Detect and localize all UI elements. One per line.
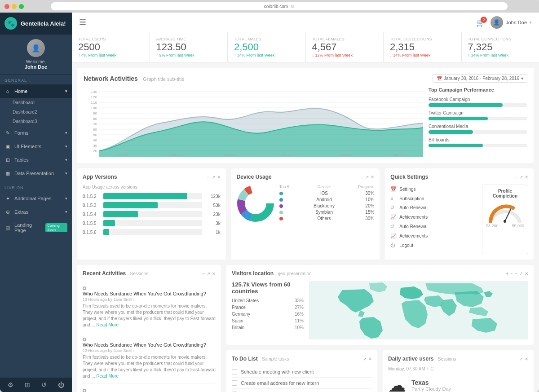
device-name-3: Symbian	[315, 210, 333, 215]
sidebar-settings-icon[interactable]: ⚙	[8, 381, 13, 388]
app-versions-subtitle: App Usage across versions	[83, 185, 221, 189]
version-label-3: 0.1.5.5	[83, 221, 101, 226]
sidebar-item-landing-page[interactable]: ▤ Landing Page Coming Soon	[0, 219, 72, 237]
sidebar-item-extras[interactable]: ⊕ Extras ▾	[0, 205, 72, 219]
stat-change-users: ↑ 4% From last Week	[78, 53, 143, 57]
auto-renewal-2-icon: ↺	[390, 224, 397, 229]
stat-value-users: 2500	[78, 42, 143, 52]
achievements-icon: 📈	[390, 214, 397, 220]
donut-chart	[237, 185, 275, 223]
collapse-icon[interactable]: −	[515, 175, 517, 180]
sidebar-item-ui-elements[interactable]: ▣ UI Elements ▾	[0, 140, 72, 153]
qs-item-logout[interactable]: ⏻ Logout	[390, 241, 478, 250]
todo-col: To Do List Sample tasks − ↗ ✕	[226, 350, 377, 392]
svg-text:Jan 06: Jan 06	[393, 152, 405, 157]
qs-item-auto-renewal[interactable]: ↺ Auto Renewal	[390, 203, 478, 212]
version-item-3: 0.1.5.5 3k	[83, 220, 221, 226]
zoom-plus-icon[interactable]: +	[506, 271, 508, 276]
close-icon[interactable]: ✕	[525, 175, 528, 180]
sidebar-bottom: ⚙ ⊞ ↺ ⏻	[0, 378, 72, 392]
collapse-icon[interactable]: −	[358, 357, 361, 361]
sidebar-item-home[interactable]: ⌂ Home ▾	[0, 84, 72, 98]
version-bar-bg-0	[103, 193, 202, 199]
close-icon[interactable]: ✕	[525, 357, 528, 361]
user-dropdown[interactable]: 👤 John Doe ▾	[490, 16, 532, 29]
activity-circle-0	[83, 286, 86, 290]
close-icon[interactable]: ✕	[217, 175, 221, 180]
browser-window: colorlib.com ↻ 🐾 Gentellela Alela! 👤 Wel…	[0, 0, 539, 392]
sidebar-item-forms[interactable]: ✎ Forms ▾	[0, 126, 72, 140]
maximize-button[interactable]	[19, 4, 24, 9]
device-legend-table: Top 5 Device Progress iOS 30%	[279, 185, 375, 223]
country-name-4: Britain	[232, 325, 268, 330]
sidebar-power-icon[interactable]: ⏻	[58, 381, 64, 388]
todo-checkbox-1[interactable]	[232, 380, 237, 386]
main-content: ☰ 🛒 5 👤 John Doe ▾ Total User	[72, 13, 539, 392]
expand-icon[interactable]: ↗	[212, 175, 215, 180]
quick-settings-col: Quick Settings − ↗ ✕	[385, 168, 534, 260]
expand-icon[interactable]: ↗	[519, 175, 523, 180]
qs-item-achievements-2[interactable]: 📈 Achievements	[390, 231, 478, 241]
date-picker-button[interactable]: 📅 January 30, 2016 - February 28, 2016 ▾	[433, 74, 527, 83]
url-bar[interactable]: colorlib.com ↻	[51, 2, 508, 10]
qs-item-settings[interactable]: 📅 Settings	[390, 185, 478, 194]
qs-item-subscription[interactable]: ≡ Subscription	[390, 194, 478, 203]
bottom-row: Recent Activities Sessions − ↗ ✕	[77, 265, 534, 392]
collapse-icon[interactable]: −	[361, 175, 364, 180]
qs-item-achievements[interactable]: 📈 Achievements	[390, 212, 478, 222]
close-icon[interactable]: ✕	[212, 271, 216, 276]
user-dropdown-arrow[interactable]: ▾	[530, 20, 532, 25]
collapse-icon[interactable]: −	[202, 271, 205, 276]
menu-toggle-button[interactable]: ☰	[79, 18, 86, 27]
qs-item-auto-renewal-2[interactable]: ↺ Auto Renewal	[390, 222, 478, 231]
read-more-1[interactable]: Read More	[97, 374, 119, 379]
sidebar-grid-icon[interactable]: ⊞	[25, 381, 30, 388]
expand-icon[interactable]: ↗	[207, 271, 210, 276]
close-button[interactable]	[4, 4, 9, 9]
sidebar-item-tables[interactable]: ⊞ Tables ▾	[0, 153, 72, 167]
minimize-button[interactable]	[12, 4, 17, 9]
sidebar-item-dashboard3[interactable]: Dashboard3	[0, 117, 72, 126]
recent-activities-widget: Recent Activities Sessions − ↗ ✕	[77, 265, 221, 392]
stat-total-females: Total Females 4,567 ↓ 12% From last Week	[306, 32, 384, 62]
sidebar-refresh-icon[interactable]: ↺	[41, 381, 47, 388]
expand-icon[interactable]: ↗	[519, 357, 523, 361]
todo-checkbox-0[interactable]	[232, 369, 237, 374]
svg-text:Jan 03: Jan 03	[223, 152, 235, 157]
stat-label-connections: Total Connections	[468, 37, 533, 41]
campaign-bar-bg-2	[429, 130, 527, 134]
read-more-0[interactable]: Read More	[97, 322, 119, 327]
world-map	[309, 281, 528, 339]
expand-icon[interactable]: ↗	[363, 357, 367, 361]
version-bar-3	[103, 220, 115, 226]
close-icon[interactable]: ✕	[368, 357, 372, 361]
quick-settings-content: 📅 Settings ≡ Subscription ↺	[390, 185, 528, 254]
todo-title-group: To Do List Sample tasks	[232, 356, 289, 362]
svg-text:100: 100	[91, 106, 97, 110]
date-range-text: January 30, 2016 - February 28, 2016	[444, 76, 519, 81]
visitors-stats: 125.7k Views from 60 countries United St…	[232, 281, 304, 339]
country-name-1: France	[232, 305, 268, 310]
collapse-icon[interactable]: −	[207, 175, 210, 180]
sidebar-item-dashboard[interactable]: Dashboard	[0, 98, 72, 107]
version-bar-bg-2	[103, 211, 202, 217]
expand-icon[interactable]: ↗	[519, 271, 523, 276]
app-versions-title-group: App Versions	[83, 174, 117, 180]
country-name-3: Spain	[232, 318, 268, 323]
close-icon[interactable]: ✕	[371, 175, 374, 180]
sidebar-item-dashboard2[interactable]: Dashboard2	[0, 107, 72, 117]
todo-daily-row: To Do List Sample tasks − ↗ ✕	[226, 350, 534, 392]
notification-button[interactable]: 🛒 5	[476, 18, 485, 27]
close-icon[interactable]: ✕	[525, 271, 528, 276]
version-bar-1	[103, 202, 158, 208]
collapse-icon[interactable]: −	[515, 271, 517, 276]
zoom-minus-icon[interactable]: −	[510, 271, 513, 276]
header-right: 🛒 5 👤 John Doe ▾	[476, 16, 532, 29]
sidebar-item-additional-pages[interactable]: ✦ Additional Pages ▾	[0, 192, 72, 205]
todo-header: To Do List Sample tasks − ↗ ✕	[232, 356, 372, 362]
collapse-icon[interactable]: −	[515, 357, 517, 361]
sidebar-item-data-presentation[interactable]: ▦ Data Presentation ▾	[0, 167, 72, 180]
sidebar-nav: ⌂ Home ▾ Dashboard Dashboard2 Dashboard3…	[0, 84, 72, 378]
expand-icon[interactable]: ↗	[365, 175, 369, 180]
reload-icon[interactable]: ↻	[291, 4, 294, 9]
